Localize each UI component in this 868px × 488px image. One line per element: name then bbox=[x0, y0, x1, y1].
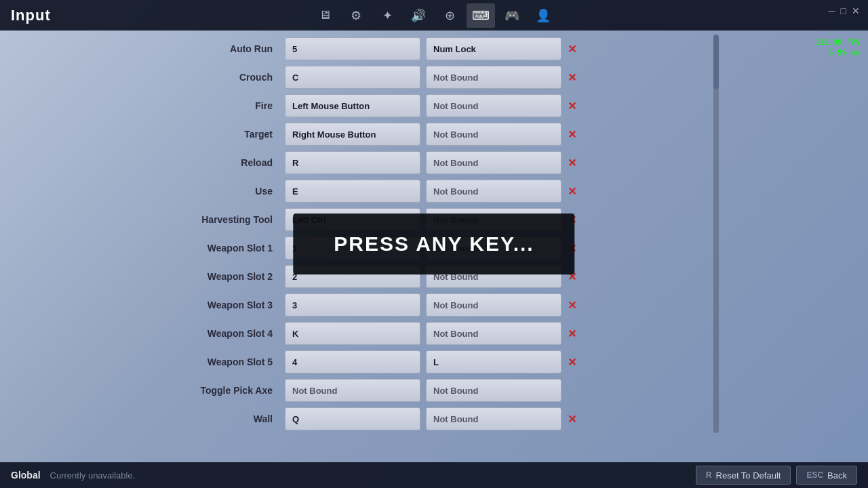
delete-binding-button[interactable]: ✕ bbox=[561, 409, 582, 429]
bottom-bar: Global Currently unavailable. R Reset To… bbox=[0, 462, 868, 488]
delete-binding-button[interactable]: ✕ bbox=[561, 67, 582, 87]
primary-key-button[interactable]: R bbox=[285, 151, 420, 174]
reset-key-hint: R bbox=[706, 470, 712, 480]
keybind-row: Toggle Pick Axe Not Bound Not Bound ✕ bbox=[149, 376, 719, 405]
primary-key-button[interactable]: Right Mouse Button bbox=[285, 123, 420, 146]
secondary-key-button[interactable]: Not Bound bbox=[426, 293, 561, 317]
nav-profile[interactable]: 👤 bbox=[529, 3, 557, 28]
secondary-key-button[interactable]: L bbox=[426, 350, 561, 373]
delete-binding-button[interactable]: ✕ bbox=[561, 39, 582, 59]
action-label: Weapon Slot 2 bbox=[149, 271, 285, 282]
action-label: Weapon Slot 3 bbox=[149, 300, 285, 310]
keybind-row: Crouch C Not Bound ✕ bbox=[149, 63, 719, 92]
minimize-button[interactable]: ─ bbox=[829, 5, 835, 16]
delete-binding-button[interactable]: ✕ bbox=[561, 181, 582, 201]
window-controls: ─ □ ✕ bbox=[829, 5, 860, 16]
action-label: Harvesting Tool bbox=[149, 214, 285, 225]
back-label: Back bbox=[827, 470, 847, 481]
keybind-row: Auto Run 5 Num Lock ✕ bbox=[149, 35, 719, 63]
primary-key-button[interactable]: 3 bbox=[285, 293, 420, 317]
keybind-row: Weapon Slot 3 3 Not Bound ✕ bbox=[149, 291, 719, 319]
reset-label: Reset To Default bbox=[716, 470, 781, 481]
primary-key-button[interactable]: Not Bound bbox=[285, 379, 420, 402]
back-key-hint: ESC bbox=[806, 470, 823, 480]
secondary-key-button[interactable]: Not Bound bbox=[426, 379, 561, 402]
delete-binding-button[interactable]: ✕ bbox=[561, 124, 582, 144]
delete-binding-button[interactable]: ✕ bbox=[561, 96, 582, 116]
close-button[interactable]: ✕ bbox=[852, 5, 860, 16]
primary-key-button[interactable]: K bbox=[285, 322, 420, 345]
title-bar: Input 🖥 ⚙ ✦ 🔊 ⊕ ⌨ 🎮 👤 ─ □ ✕ bbox=[0, 0, 868, 30]
primary-key-button[interactable]: Q bbox=[285, 407, 420, 430]
bottom-buttons: R Reset To Default ESC Back bbox=[696, 466, 857, 485]
maximize-button[interactable]: □ bbox=[841, 5, 846, 16]
press-any-key-text: PRESS ANY KEY... bbox=[334, 232, 534, 256]
action-label: Weapon Slot 4 bbox=[149, 328, 285, 339]
global-label: Global bbox=[11, 470, 41, 481]
action-label: Reload bbox=[149, 157, 285, 168]
delete-binding-button[interactable]: ✕ bbox=[561, 352, 582, 372]
delete-binding-button[interactable]: ✕ bbox=[561, 323, 582, 344]
delete-binding-button[interactable]: ✕ bbox=[561, 295, 582, 315]
action-label: Crouch bbox=[149, 72, 285, 83]
secondary-key-button[interactable]: Num Lock bbox=[426, 37, 561, 60]
press-any-key-overlay: PRESS ANY KEY... bbox=[293, 214, 574, 274]
nav-volume[interactable]: 🔊 bbox=[404, 3, 433, 28]
keybind-row: Use E Not Bound ✕ bbox=[149, 177, 719, 205]
nav-accessibility[interactable]: ⊕ bbox=[435, 3, 464, 28]
action-label: Auto Run bbox=[149, 43, 285, 54]
secondary-key-button[interactable]: Not Bound bbox=[426, 322, 561, 345]
secondary-key-button[interactable]: Not Bound bbox=[426, 66, 561, 89]
secondary-key-button[interactable]: Not Bound bbox=[426, 407, 561, 430]
delete-binding-button[interactable]: ✕ bbox=[561, 152, 582, 173]
keybind-row: Reload R Not Bound ✕ bbox=[149, 148, 719, 177]
primary-key-button[interactable]: Left Mouse Button bbox=[285, 94, 420, 117]
keybind-row: Fire Left Mouse Button Not Bound ✕ bbox=[149, 92, 719, 120]
action-label: Wall bbox=[149, 413, 285, 424]
keybind-row: Weapon Slot 4 K Not Bound ✕ bbox=[149, 319, 719, 348]
keybind-row: Weapon Slot 5 4 L ✕ bbox=[149, 348, 719, 376]
action-label: Target bbox=[149, 129, 285, 140]
primary-key-button[interactable]: E bbox=[285, 180, 420, 203]
action-label: Fire bbox=[149, 100, 285, 111]
nav-keyboard[interactable]: ⌨ bbox=[467, 3, 495, 28]
back-button[interactable]: ESC Back bbox=[796, 466, 857, 485]
page-title: Input bbox=[11, 7, 51, 24]
keybind-row: Wall Q Not Bound ✕ bbox=[149, 405, 719, 433]
secondary-key-button[interactable]: Not Bound bbox=[426, 123, 561, 146]
action-label: Toggle Pick Axe bbox=[149, 385, 285, 396]
scrollbar-thumb[interactable] bbox=[713, 35, 719, 89]
secondary-key-button[interactable]: Not Bound bbox=[426, 94, 561, 117]
nav-brightness[interactable]: ✦ bbox=[373, 3, 401, 28]
primary-key-button[interactable]: C bbox=[285, 66, 420, 89]
primary-key-button[interactable]: 5 bbox=[285, 37, 420, 60]
nav-gamepad[interactable]: 🎮 bbox=[498, 3, 526, 28]
keybind-row: Target Right Mouse Button Not Bound ✕ bbox=[149, 120, 719, 148]
primary-key-button[interactable]: 4 bbox=[285, 350, 420, 373]
nav-settings[interactable]: ⚙ bbox=[342, 3, 370, 28]
action-label: Weapon Slot 1 bbox=[149, 243, 285, 253]
action-label: Use bbox=[149, 186, 285, 197]
secondary-key-button[interactable]: Not Bound bbox=[426, 151, 561, 174]
status-text: Currently unavailable. bbox=[50, 470, 136, 481]
nav-icons: 🖥 ⚙ ✦ 🔊 ⊕ ⌨ 🎮 👤 bbox=[311, 3, 557, 28]
nav-monitor[interactable]: 🖥 bbox=[311, 3, 339, 28]
reset-to-default-button[interactable]: R Reset To Default bbox=[696, 466, 791, 485]
action-label: Weapon Slot 5 bbox=[149, 357, 285, 367]
secondary-key-button[interactable]: Not Bound bbox=[426, 180, 561, 203]
scrollbar-track[interactable] bbox=[713, 35, 719, 433]
